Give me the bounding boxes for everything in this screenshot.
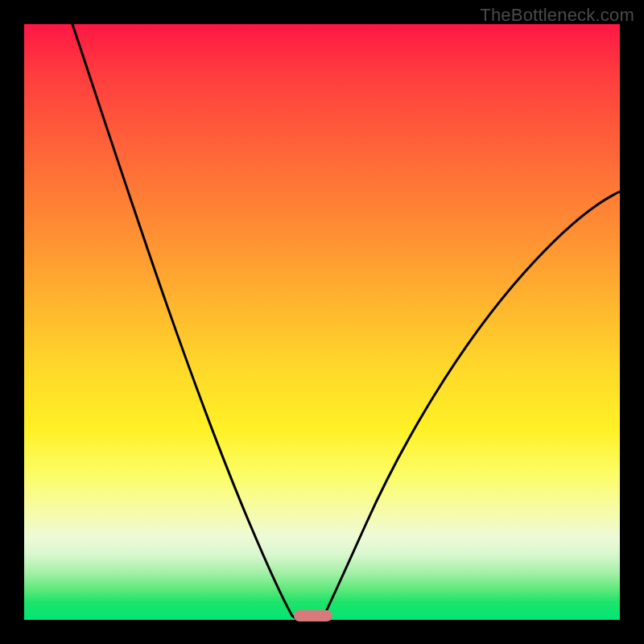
bottleneck-curve [24, 24, 620, 620]
chart-frame: TheBottleneck.com [0, 0, 644, 644]
curve-left-branch [72, 24, 298, 620]
curve-right-branch [322, 192, 620, 620]
optimal-marker [294, 610, 332, 621]
watermark-text: TheBottleneck.com [480, 5, 634, 26]
